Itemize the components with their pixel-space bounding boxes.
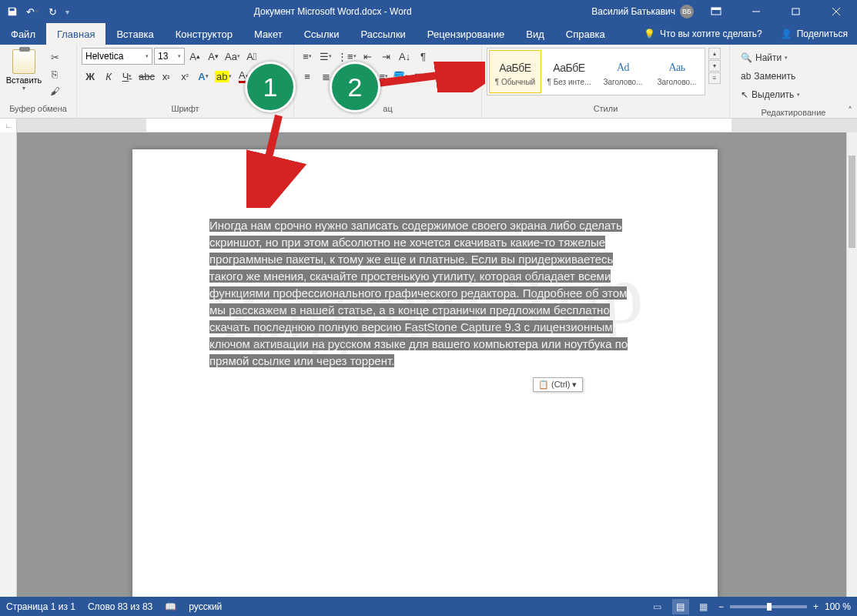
bold-icon[interactable]: Ж	[82, 68, 99, 85]
spellcheck-icon[interactable]: 📖	[165, 601, 176, 612]
tab-selector-icon[interactable]: ∟	[0, 119, 17, 132]
style-heading2[interactable]: Aaь Заголово...	[651, 50, 703, 93]
paste-options-popup[interactable]: 📋 (Ctrl) ▾	[533, 377, 583, 392]
share-label: Поделиться	[797, 28, 848, 39]
styles-group-label: Стили	[482, 104, 729, 118]
select-button[interactable]: ↖Выделить▾	[738, 86, 803, 103]
show-hide-icon[interactable]: ¶	[415, 48, 432, 65]
style-no-spacing[interactable]: АаБбЕ ¶ Без инте...	[543, 50, 595, 93]
status-bar: Страница 1 из 1 Слово 83 из 83 📖 русский…	[0, 597, 857, 616]
grow-font-icon[interactable]: A▴	[186, 48, 203, 65]
page-canvas[interactable]: Иногда нам срочно нужно записать содержи…	[17, 132, 846, 597]
minimize-icon[interactable]	[738, 0, 774, 23]
style-normal[interactable]: АаБбЕ ¶ Обычный	[489, 50, 541, 93]
find-button[interactable]: 🔍Найти▾	[738, 49, 803, 66]
collapse-ribbon-icon[interactable]: ˄	[848, 105, 852, 116]
status-words[interactable]: Слово 83 из 83	[88, 601, 152, 612]
status-language[interactable]: русский	[189, 601, 222, 612]
close-icon[interactable]	[819, 0, 854, 23]
shrink-font-icon[interactable]: A▾	[205, 48, 222, 65]
multilevel-icon[interactable]: ⋮≡▾	[336, 48, 358, 65]
align-left-icon[interactable]: ≡	[299, 68, 316, 85]
tab-home[interactable]: Главная	[46, 23, 105, 45]
tab-references[interactable]: Ссылки	[293, 23, 350, 45]
undo-icon[interactable]: ↶▾	[23, 2, 42, 21]
vertical-scrollbar[interactable]	[846, 132, 857, 597]
save-icon[interactable]	[3, 2, 22, 21]
font-name-combo[interactable]: Helvetica▾	[82, 48, 152, 65]
increase-indent-icon[interactable]: ⇥	[378, 48, 395, 65]
change-case-icon[interactable]: Aa▾	[223, 48, 242, 65]
replace-button[interactable]: abЗаменить	[738, 68, 803, 85]
tell-me[interactable]: 💡 Что вы хотите сделать?	[634, 23, 772, 45]
tab-review[interactable]: Рецензирование	[417, 23, 515, 45]
tab-help[interactable]: Справка	[555, 23, 616, 45]
font-size-combo[interactable]: 13▾	[154, 48, 185, 65]
vertical-ruler[interactable]	[0, 132, 17, 597]
qat-more-icon[interactable]: ▾	[63, 8, 71, 16]
tab-layout[interactable]: Макет	[243, 23, 293, 45]
status-page[interactable]: Страница 1 из 1	[6, 601, 75, 612]
strike-icon[interactable]: abc	[137, 68, 156, 85]
print-layout-icon[interactable]: ▤	[672, 599, 689, 614]
clipboard-icon	[12, 49, 35, 74]
zoom-out-icon[interactable]: −	[718, 601, 724, 612]
borders-icon[interactable]: ⊞▾	[411, 68, 428, 85]
font-group-label: Шрифт	[77, 104, 293, 118]
numbering-icon[interactable]: ☰▾	[317, 48, 334, 65]
selected-text[interactable]: Иногда нам срочно нужно записать содержи…	[209, 219, 628, 367]
superscript-icon[interactable]: x²	[176, 68, 193, 85]
bullets-icon[interactable]: ≡▾	[299, 48, 316, 65]
web-layout-icon[interactable]: ▦	[695, 599, 712, 614]
clipboard-group-label: Буфер обмена	[0, 104, 76, 118]
align-right-icon[interactable]: ≡	[336, 68, 353, 85]
share-button[interactable]: 👤 Поделиться	[772, 23, 857, 45]
copy-icon[interactable]: ⎘	[46, 66, 63, 82]
zoom-in-icon[interactable]: +	[813, 601, 819, 612]
page[interactable]: Иногда нам срочно нужно записать содержи…	[132, 149, 718, 597]
subscript-icon[interactable]: x₂	[158, 68, 175, 85]
replace-icon: ab	[741, 71, 751, 82]
styles-gallery[interactable]: АаБбЕ ¶ Обычный АаБбЕ ¶ Без инте... Ad З…	[487, 48, 705, 95]
highlight-icon[interactable]: ab▾	[213, 68, 233, 85]
zoom-slider[interactable]	[730, 605, 807, 608]
horizontal-ruler[interactable]: ∟	[0, 119, 857, 132]
ribbon-display-icon[interactable]	[698, 0, 734, 23]
tab-file[interactable]: Файл	[0, 23, 46, 45]
shading-icon[interactable]: 🪣▾	[391, 68, 410, 85]
cursor-icon: ↖	[741, 89, 748, 100]
paste-button[interactable]: Вставить ▾	[5, 48, 43, 92]
zoom-level[interactable]: 100 %	[825, 601, 851, 612]
sort-icon[interactable]: A↓	[397, 48, 413, 65]
bulb-icon: 💡	[644, 28, 655, 39]
ribbon: Вставить ▾ ✂ ⎘ 🖌 Буфер обмена Helvetica▾…	[0, 45, 857, 119]
user-name[interactable]: Василий Батькавич	[591, 6, 675, 17]
style-heading1[interactable]: Ad Заголово...	[597, 50, 649, 93]
read-mode-icon[interactable]: ▭	[649, 599, 666, 614]
italic-icon[interactable]: К	[100, 68, 117, 85]
clear-formatting-icon[interactable]: A⃠	[243, 48, 260, 65]
justify-icon[interactable]: ≡	[354, 68, 371, 85]
format-painter-icon[interactable]: 🖌	[46, 83, 63, 99]
tab-insert[interactable]: Вставка	[105, 23, 164, 45]
tab-design[interactable]: Конструктор	[165, 23, 243, 45]
paragraph-group-label: ац	[294, 104, 481, 118]
document-title: Документ Microsoft Word.docx - Word	[74, 6, 591, 17]
font-color-icon[interactable]: A▾	[235, 68, 252, 85]
maximize-icon[interactable]	[778, 0, 814, 23]
cut-icon[interactable]: ✂	[46, 49, 63, 65]
underline-icon[interactable]: Ч▾	[119, 68, 136, 85]
title-bar: ↶▾ ↻ ▾ Документ Microsoft Word.docx - Wo…	[0, 0, 857, 23]
tell-me-label: Что вы хотите сделать?	[660, 28, 762, 39]
tab-mailings[interactable]: Рассылки	[350, 23, 416, 45]
document-area: Иногда нам срочно нужно записать содержи…	[0, 132, 846, 597]
user-avatar[interactable]: ВБ	[680, 5, 694, 18]
redo-icon[interactable]: ↻	[43, 2, 62, 21]
scroll-thumb[interactable]	[849, 156, 855, 248]
line-spacing-icon[interactable]: ↕≡▾	[373, 68, 390, 85]
text-effects-icon[interactable]: A▾	[195, 68, 212, 85]
styles-more-button[interactable]: ▴▾≡	[708, 48, 721, 84]
tab-view[interactable]: Вид	[515, 23, 555, 45]
align-center-icon[interactable]: ≣	[317, 68, 334, 85]
decrease-indent-icon[interactable]: ⇤	[360, 48, 377, 65]
